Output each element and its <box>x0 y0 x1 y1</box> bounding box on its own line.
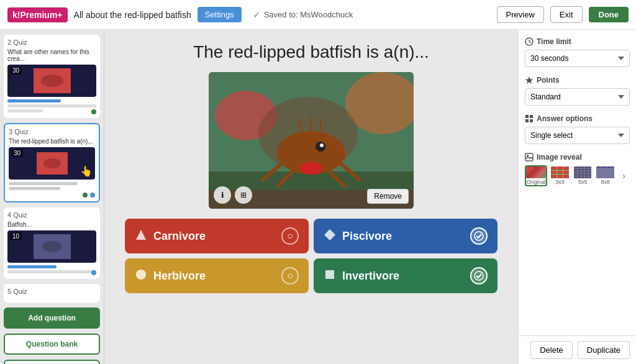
question-bank-button[interactable]: Question bank <box>4 334 100 355</box>
sidebar-item-quiz-4[interactable]: 4 Quiz Batfish... 10 <box>4 207 100 279</box>
lesson-title: All about the red-lipped batfish <box>74 10 191 20</box>
quiz-2-desc: What are other names for this crea... <box>7 48 96 62</box>
image-reveal-options: Original 3x3 <box>525 165 630 186</box>
preview-button[interactable]: Preview <box>497 6 544 23</box>
invertivore-text: Invertivore <box>324 268 399 284</box>
answer-options-label: Answer options <box>525 114 630 123</box>
svg-point-28 <box>475 271 483 280</box>
triangle-icon <box>135 229 147 244</box>
svg-marker-23 <box>136 230 146 240</box>
quiz-2-thumb: 30 <box>7 65 96 97</box>
reveal-5x5[interactable]: 5x5 <box>573 165 593 186</box>
answer-herbivore[interactable]: Herbivore ○ <box>125 258 309 293</box>
quiz-3-dot-2 <box>90 193 95 198</box>
settings-button[interactable]: Settings <box>198 7 242 22</box>
saved-text: Saved to: MsWoodchuck <box>264 10 353 19</box>
quiz-4-lines <box>7 265 96 273</box>
reveal-3x3[interactable]: 3x3 <box>550 165 570 186</box>
fish-image-container: ℹ ⊞ Remove <box>209 72 414 209</box>
svg-point-5 <box>42 241 62 252</box>
time-limit-section: Time limit 30 seconds 5 seconds 10 secon… <box>525 37 630 67</box>
svg-line-20 <box>310 117 311 131</box>
duplicate-button[interactable]: Duplicate <box>578 341 630 359</box>
sidebar-buttons: Add question Question bank Import slides… <box>4 307 100 364</box>
circle-icon <box>135 268 147 284</box>
svg-point-14 <box>320 143 324 147</box>
image-reveal-label: Image reveal <box>525 153 630 162</box>
svg-point-1 <box>41 75 63 87</box>
answer-invertivore[interactable]: Invertivore <box>314 258 497 293</box>
reveal-3x3-grid <box>551 166 569 178</box>
quiz-4-line-2 <box>7 270 96 273</box>
quiz-2-line-1 <box>7 99 61 102</box>
done-button[interactable]: Done <box>589 7 629 22</box>
quiz-4-thumb-img <box>34 234 71 259</box>
quiz-3-lines <box>9 182 95 190</box>
herbivore-check[interactable]: ○ <box>281 267 299 284</box>
delete-button[interactable]: Delete <box>530 341 573 359</box>
answer-options-section: Answer options Single select Multi-selec… <box>525 114 630 144</box>
question-text: The red-lipped batfish is a(n)... <box>193 42 429 62</box>
svg-line-31 <box>529 42 531 43</box>
points-select-wrapper: Standard Double No points <box>525 88 630 106</box>
sidebar-item-quiz-2[interactable]: 2 Quiz What are other names for this cre… <box>4 35 100 118</box>
time-limit-select[interactable]: 30 seconds 5 seconds 10 seconds 20 secon… <box>525 50 630 67</box>
answer-options-select-wrapper: Single select Multi-select True/False <box>525 127 630 144</box>
image-reveal-icon <box>525 153 534 162</box>
svg-point-25 <box>475 232 483 240</box>
reveal-original[interactable]: Original <box>525 165 547 186</box>
svg-point-3 <box>43 158 61 168</box>
quiz-2-dot <box>91 109 96 114</box>
brand-logo: k!Premium+ <box>7 7 68 22</box>
sidebar-item-quiz-5[interactable]: 5 Quiz <box>4 284 100 303</box>
check-icon: ✓ <box>253 9 261 20</box>
image-reveal-section: Image reveal Original <box>525 153 630 186</box>
quiz-4-line-1 <box>7 265 57 268</box>
topbar: k!Premium+ All about the red-lipped batf… <box>0 0 636 30</box>
reveal-8x8-grid <box>596 166 614 178</box>
carnivore-check[interactable]: ○ <box>281 227 299 245</box>
svg-marker-32 <box>525 76 534 84</box>
image-info-button[interactable]: ℹ <box>214 186 231 204</box>
right-panel: Time limit 30 seconds 5 seconds 10 secon… <box>518 30 636 364</box>
answer-grid: Carnivore ○ Piscivore <box>125 219 497 293</box>
answer-options-icon <box>525 114 534 123</box>
carnivore-text: Carnivore <box>135 229 206 244</box>
reveal-original-label: Original <box>527 179 546 185</box>
svg-rect-36 <box>530 119 533 122</box>
saved-indicator: ✓ Saved to: MsWoodchuck <box>253 9 353 20</box>
points-select[interactable]: Standard Double No points <box>525 88 630 106</box>
quiz-3-desc: The red-lipped batfish is a(n)... <box>9 138 95 145</box>
quiz-2-label: 2 Quiz <box>7 39 96 46</box>
svg-point-12 <box>300 162 322 175</box>
quiz-4-badge: 10 <box>10 232 22 240</box>
piscivore-check[interactable] <box>470 227 488 245</box>
sidebar-item-quiz-3[interactable]: 3 Quiz The red-lipped batfish is a(n)...… <box>4 123 100 202</box>
add-question-button[interactable]: Add question <box>4 307 100 329</box>
svg-rect-34 <box>530 115 533 118</box>
piscivore-text: Piscivore <box>324 229 392 244</box>
quiz-3-badge: 30 <box>11 149 23 157</box>
bottom-panel: Delete Duplicate <box>519 335 636 364</box>
answer-options-select[interactable]: Single select Multi-select True/False <box>525 127 630 144</box>
points-section: Points Standard Double No points <box>525 76 630 106</box>
quiz-2-lines <box>7 99 96 112</box>
answer-piscivore[interactable]: Piscivore <box>314 219 497 253</box>
herbivore-text: Herbivore <box>135 268 206 284</box>
exit-button[interactable]: Exit <box>550 6 583 23</box>
reveal-8x8[interactable]: 8x8 <box>595 165 616 186</box>
image-crop-button[interactable]: ⊞ <box>235 186 252 204</box>
import-slides-button[interactable]: Import slides <box>4 360 100 364</box>
answer-carnivore[interactable]: Carnivore ○ <box>125 219 309 253</box>
quiz-3-thumb-img <box>37 152 68 175</box>
quiz-4-desc: Batfish... <box>7 221 96 228</box>
invertivore-check[interactable] <box>470 267 488 284</box>
quiz-4-thumb: 10 <box>7 230 96 263</box>
image-controls: ℹ ⊞ <box>214 186 252 204</box>
svg-rect-27 <box>325 270 334 279</box>
quiz-3-thumb: 30 👆 <box>9 147 95 180</box>
reveal-next-button[interactable]: › <box>618 171 630 181</box>
svg-rect-33 <box>525 115 529 118</box>
quiz-2-line-2 <box>7 104 96 107</box>
remove-image-button[interactable]: Remove <box>367 189 409 204</box>
